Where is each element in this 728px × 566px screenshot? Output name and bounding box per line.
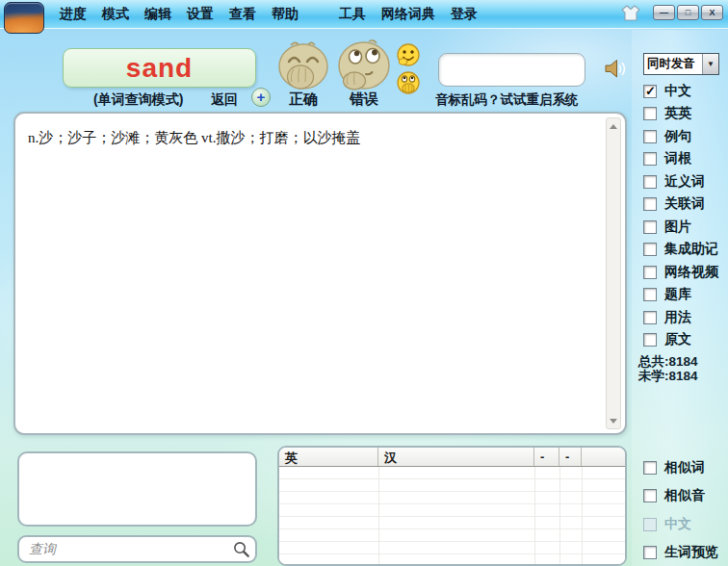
menu-item[interactable]: 编辑	[137, 6, 179, 23]
skin-shirt-icon[interactable]	[620, 4, 641, 21]
match-option-label: 生词预览	[664, 544, 718, 561]
current-word: sand	[126, 53, 193, 84]
pronounce-mode-dropdown[interactable]: 同时发音 ▼	[643, 53, 719, 75]
word-count-stats: 总共:8184 未学:8184	[638, 354, 698, 383]
display-option-row[interactable]: 集成助记	[643, 242, 718, 258]
display-option-label: 集成助记	[664, 241, 718, 258]
menu-item[interactable]: 查看	[221, 6, 264, 23]
app-logo-icon	[4, 2, 44, 34]
menu-item[interactable]: 帮助	[264, 6, 306, 23]
definition-text: n.沙；沙子；沙滩；黄灰色 vt.撒沙；打磨；以沙掩盖	[15, 114, 625, 147]
display-option-label: 近义词	[664, 173, 705, 191]
search-input[interactable]	[17, 535, 257, 563]
match-option-row[interactable]: 生词预览	[643, 545, 718, 561]
match-option-label: 相似词	[664, 459, 705, 476]
word-display-box: sand	[63, 48, 256, 88]
display-option-label: 网络视频	[664, 264, 718, 281]
table-column-header[interactable]: 汉	[378, 448, 534, 466]
checkbox-icon	[643, 546, 657, 559]
display-option-label: 用法	[664, 309, 691, 326]
checkbox-icon	[643, 518, 657, 531]
table-column-header[interactable]	[582, 448, 625, 466]
checkbox-icon	[643, 333, 657, 347]
checkbox-icon	[643, 197, 657, 211]
window-controls: — □ X	[620, 4, 723, 21]
table-column-header[interactable]: -	[559, 448, 582, 466]
app-window: 进度模式编辑设置查看帮助工具网络词典登录 — □ X sand (单词查询模式)…	[0, 0, 728, 566]
total-count: 总共:8184	[638, 354, 698, 369]
wrong-button[interactable]	[336, 39, 392, 94]
menu-item[interactable]: 工具	[331, 6, 374, 23]
menu-bar: 进度模式编辑设置查看帮助工具网络词典登录	[52, 0, 485, 29]
table-column-header[interactable]: -	[534, 448, 559, 466]
checkbox-icon	[643, 288, 657, 301]
phonetic-tip-label: 音标乱码？试试重启系统	[435, 91, 579, 109]
definition-scrollbar[interactable]	[606, 117, 621, 429]
search-bar	[17, 535, 257, 563]
display-option-row[interactable]: 例句	[643, 128, 718, 144]
checkbox-icon	[643, 130, 657, 143]
wrong-button-label: 错误	[336, 90, 392, 109]
unlearned-count: 未学:8184	[638, 369, 698, 383]
match-option-row[interactable]: 中文	[643, 516, 718, 532]
checkbox-icon	[643, 107, 657, 120]
display-option-label: 关联词	[664, 195, 705, 213]
correct-button-label: 正确	[276, 90, 330, 109]
correct-button[interactable]	[276, 40, 330, 94]
pronounce-mode-value: 同时发音	[644, 56, 702, 72]
display-option-row[interactable]: 英英	[643, 106, 718, 122]
match-option-row[interactable]: 相似词	[643, 459, 718, 476]
menu-item[interactable]: 登录	[443, 6, 485, 23]
shush-emoticon-icon	[395, 69, 422, 100]
display-option-row[interactable]: 原文	[643, 332, 718, 348]
match-options-list: 相似词 相似音 中文 生词预览	[643, 459, 718, 561]
maximize-button[interactable]: □	[677, 5, 699, 20]
display-option-row[interactable]: 图片	[643, 219, 718, 235]
back-button[interactable]: 返回	[211, 91, 238, 109]
wordlist-table: 英汉--	[277, 446, 627, 566]
display-option-row[interactable]: 中文	[643, 83, 718, 99]
menu-item[interactable]: 设置	[179, 6, 221, 23]
close-button[interactable]: X	[701, 5, 723, 20]
display-option-row[interactable]: 近义词	[643, 173, 718, 190]
answer-input[interactable]	[438, 53, 585, 87]
checkbox-icon	[643, 266, 657, 279]
word-note-box	[17, 451, 257, 527]
display-option-row[interactable]: 词根	[643, 151, 718, 167]
wordlist-table-body	[279, 467, 625, 564]
menu-item[interactable]: 模式	[94, 6, 137, 23]
definition-panel: n.沙；沙子；沙滩；黄灰色 vt.撒沙；打磨；以沙掩盖	[13, 112, 627, 435]
scroll-up-icon[interactable]	[607, 119, 620, 133]
display-option-label: 例句	[664, 128, 691, 145]
display-option-label: 图片	[664, 219, 691, 236]
menu-item[interactable]: 进度	[52, 6, 94, 23]
minimize-button[interactable]: —	[653, 5, 675, 20]
menu-item[interactable]: 网络词典	[374, 6, 443, 23]
checkbox-icon	[643, 220, 657, 234]
display-option-row[interactable]: 网络视频	[643, 264, 718, 280]
mode-label: (单词查询模式)	[93, 91, 183, 109]
checkbox-icon	[643, 152, 657, 166]
display-option-label: 题库	[664, 286, 691, 303]
display-option-row[interactable]: 关联词	[643, 196, 718, 213]
display-option-row[interactable]: 用法	[643, 309, 718, 325]
display-option-label: 词根	[664, 150, 691, 167]
search-icon[interactable]	[232, 540, 250, 562]
checkbox-icon	[643, 489, 657, 502]
match-option-row[interactable]: 相似音	[643, 488, 718, 504]
checkbox-icon	[643, 175, 657, 189]
display-options-list: 中文 英英 例句 词根 近义词 关联词	[643, 83, 718, 348]
checkbox-icon	[643, 243, 657, 256]
checkbox-icon	[643, 311, 657, 324]
display-option-row[interactable]: 题库	[643, 287, 718, 303]
checkbox-icon	[643, 85, 657, 98]
match-option-label: 中文	[664, 516, 691, 533]
speaker-icon[interactable]	[603, 56, 629, 86]
scroll-down-icon[interactable]	[607, 414, 620, 427]
smiley-emoticon-icon	[395, 42, 422, 72]
display-option-label: 中文	[664, 83, 691, 100]
add-word-button[interactable]: +	[251, 88, 271, 107]
table-column-header[interactable]: 英	[279, 448, 378, 466]
titlebar: 进度模式编辑设置查看帮助工具网络词典登录 — □ X	[0, 0, 728, 29]
checkbox-icon	[643, 461, 657, 475]
